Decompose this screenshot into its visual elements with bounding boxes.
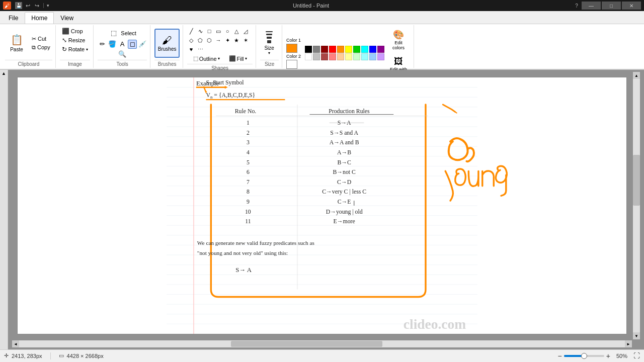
rotate-label: Rotate xyxy=(68,46,85,52)
scroll-thumb-vertical[interactable] xyxy=(633,155,640,206)
color-lightgray[interactable] xyxy=(313,53,320,60)
color-lightblue[interactable] xyxy=(369,53,376,60)
horizontal-scrollbar[interactable]: ◄ ► xyxy=(12,340,632,347)
color-purple[interactable] xyxy=(377,46,384,53)
shape-curve[interactable]: ∿ xyxy=(196,27,204,35)
copy-button[interactable]: ⧉ Copy xyxy=(30,44,52,51)
color-lavender[interactable] xyxy=(377,53,384,60)
color-maroon[interactable] xyxy=(321,53,328,60)
clipboard-label: Clipboard xyxy=(5,60,52,67)
shape-more[interactable]: ⋯ xyxy=(196,45,204,53)
canvas-drawing: Example S- Start Symbol Vn = {A,B,C,D,E,… xyxy=(18,77,626,334)
shape-rounded-rect[interactable]: ▭ xyxy=(214,27,222,35)
zoom-out-btn[interactable]: − xyxy=(558,352,562,360)
scroll-right-button[interactable]: ► xyxy=(625,340,632,347)
main-canvas[interactable]: Example S- Start Symbol Vn = {A,B,C,D,E,… xyxy=(17,77,627,334)
dimensions-icon: ▭ xyxy=(59,352,64,359)
shape-triangle[interactable]: △ xyxy=(232,27,240,35)
tab-view[interactable]: View xyxy=(54,12,80,24)
zoom-control[interactable]: − + xyxy=(558,352,610,360)
customize-icon[interactable]: ▾ xyxy=(47,2,49,9)
svg-text:11: 11 xyxy=(245,218,251,225)
minimize-btn[interactable]: — xyxy=(582,2,601,10)
shape-line[interactable]: ╱ xyxy=(187,27,195,35)
zoom-in-btn[interactable]: + xyxy=(606,352,610,360)
svg-text:8: 8 xyxy=(247,189,250,195)
shape-right-tri[interactable]: ◿ xyxy=(242,27,250,35)
brushes-label: Brushes xyxy=(158,46,177,52)
rotate-icon: ↻ xyxy=(62,46,67,53)
shape-rect[interactable]: □ xyxy=(205,27,213,35)
tab-home[interactable]: Home xyxy=(25,12,54,24)
scroll-up-btn[interactable]: ▲ xyxy=(1,70,7,77)
vertical-scrollbar[interactable]: ▲ ▼ xyxy=(633,72,640,339)
fill-tool[interactable]: 🪣 xyxy=(108,40,117,49)
shape-ellipse[interactable]: ○ xyxy=(223,27,231,35)
maximize-btn[interactable]: □ xyxy=(602,2,621,10)
color-gray[interactable] xyxy=(313,46,320,53)
shape-heart[interactable]: ♥ xyxy=(187,45,195,53)
shape-star4[interactable]: ✦ xyxy=(223,36,231,44)
color-limegreen[interactable] xyxy=(353,46,360,53)
color1-swatch[interactable] xyxy=(286,44,297,53)
color-lightcyan[interactable] xyxy=(361,53,368,60)
outline-dropdown[interactable]: ⬚ Outline ▾ xyxy=(191,54,222,63)
tools-label: Tools xyxy=(98,60,147,67)
color-orange[interactable] xyxy=(337,46,344,53)
resize-button[interactable]: ⤡ Resize xyxy=(60,36,88,44)
cut-button[interactable]: ✂ Cut xyxy=(30,35,52,43)
crop-button[interactable]: ⬛ Crop xyxy=(60,27,85,35)
shape-star5[interactable]: ★ xyxy=(232,36,240,44)
status-sep-1 xyxy=(50,352,51,359)
color1-label: Color 1 xyxy=(286,38,301,43)
edit-colors-button[interactable]: 🎨 Edit colors xyxy=(387,27,410,52)
color-salmon[interactable] xyxy=(329,53,336,60)
color-blue[interactable] xyxy=(369,46,376,53)
magnify-tool[interactable]: 🔍 xyxy=(118,50,127,59)
color-red[interactable] xyxy=(329,46,336,53)
shape-diamond[interactable]: ◇ xyxy=(187,36,195,44)
size-button[interactable]: Size ▾ xyxy=(260,29,278,58)
save-icon[interactable]: 💾 xyxy=(15,2,22,9)
svg-text:S→ A: S→ A xyxy=(235,266,252,274)
paste-button[interactable]: 📋 Paste xyxy=(5,29,28,58)
close-btn[interactable]: ✕ xyxy=(622,2,641,10)
svg-text:C→D: C→D xyxy=(337,179,352,186)
rotate-button[interactable]: ↻ Rotate ▾ xyxy=(60,45,90,53)
shape-arrow[interactable]: → xyxy=(214,36,222,44)
color2-swatch[interactable] xyxy=(286,60,297,69)
color-lightyellow[interactable] xyxy=(345,53,352,60)
color-black[interactable] xyxy=(305,46,312,53)
color-peach[interactable] xyxy=(337,53,344,60)
shape-pentagon[interactable]: ⬠ xyxy=(196,36,204,44)
zoom-fit-icon[interactable]: ⛶ xyxy=(633,352,640,359)
undo-icon[interactable]: ↩ xyxy=(24,2,31,9)
color-lightgreen[interactable] xyxy=(353,53,360,60)
edit-colors-icon: 🎨 xyxy=(393,29,404,40)
brushes-button[interactable]: 🖌 Brushes xyxy=(154,29,180,58)
color-yellow[interactable] xyxy=(345,46,352,53)
scroll-left-button[interactable]: ◄ xyxy=(12,340,19,347)
scroll-thumb-horizontal[interactable] xyxy=(231,341,382,347)
tab-file[interactable]: File xyxy=(2,12,25,24)
help-icon[interactable]: ? xyxy=(573,2,581,10)
tools-group: ⬚ Select ✏ 🪣 A ◻ 💉 🔍 Tools xyxy=(95,25,150,68)
status-bar: ✛ 2413, 283px ▭ 4428 × 2668px − + 50% ⛶ xyxy=(0,349,644,361)
svg-text:S→S and A: S→S and A xyxy=(330,130,358,136)
zoom-thumb[interactable] xyxy=(581,353,587,359)
fill-dropdown[interactable]: ⬛ Fill ▾ xyxy=(226,54,250,63)
colorpicker-tool[interactable]: 💉 xyxy=(138,40,147,49)
color-cyan[interactable] xyxy=(361,46,368,53)
window-title: Untitled - Paint xyxy=(51,3,571,9)
redo-icon[interactable]: ↪ xyxy=(33,2,40,9)
scroll-up-button[interactable]: ▲ xyxy=(633,72,640,79)
color-white[interactable] xyxy=(305,53,312,60)
text-tool[interactable]: A xyxy=(118,40,127,49)
color-darkred[interactable] xyxy=(321,46,328,53)
scroll-down-button[interactable]: ▼ xyxy=(633,332,640,339)
shape-hexagon[interactable]: ⬡ xyxy=(205,36,213,44)
eraser-tool[interactable]: ◻ xyxy=(128,40,137,49)
shape-star6[interactable]: ✶ xyxy=(242,36,250,44)
pencil-tool[interactable]: ✏ xyxy=(98,40,107,49)
select-tool[interactable]: ⬚ xyxy=(108,28,119,39)
